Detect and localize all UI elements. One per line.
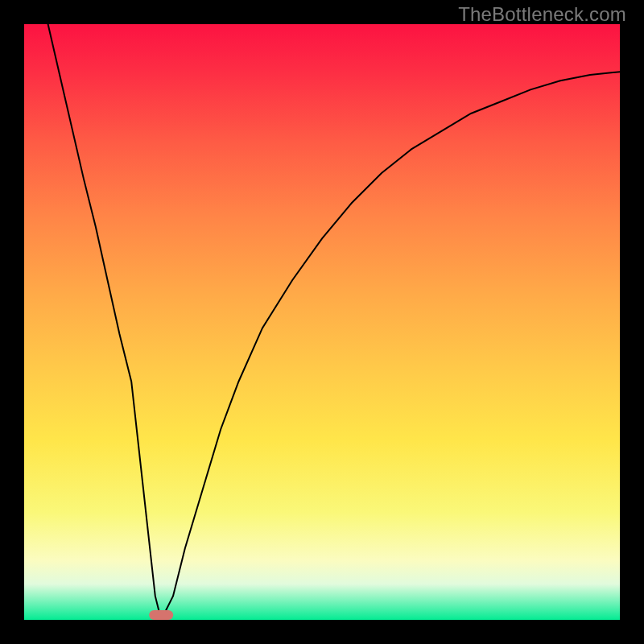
chart-frame: TheBottleneck.com <box>0 0 644 644</box>
minimum-marker <box>149 610 173 620</box>
plot-area <box>24 24 620 620</box>
bottleneck-curve <box>48 24 620 620</box>
plot-svg <box>24 24 620 620</box>
watermark-text: TheBottleneck.com <box>458 3 626 26</box>
